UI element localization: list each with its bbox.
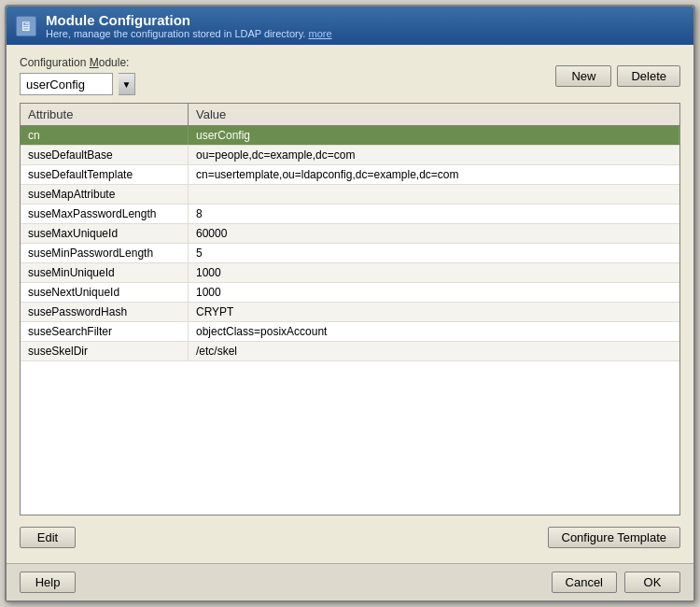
- dialog-icon-glyph: 🖥: [20, 19, 33, 34]
- ok-button[interactable]: OK: [624, 572, 680, 593]
- table-row[interactable]: suseMapAttribute: [21, 185, 679, 205]
- table-row[interactable]: suseSearchFilterobjectClass=posixAccount: [21, 322, 679, 342]
- bottom-buttons: Edit Configure Template: [20, 523, 680, 552]
- delete-button[interactable]: Delete: [617, 65, 680, 87]
- cell-value: userConfig: [189, 126, 679, 145]
- table-row[interactable]: suseMaxUniqueId60000: [21, 224, 679, 244]
- help-button[interactable]: Help: [20, 572, 76, 593]
- table-row[interactable]: suseDefaultTemplatecn=usertemplate,ou=ld…: [21, 165, 679, 185]
- cell-attribute: suseMaxUniqueId: [21, 224, 189, 243]
- title-bar: 🖥 Module Configuration Here, manage the …: [7, 7, 693, 45]
- table-row[interactable]: susePasswordHashCRYPT: [21, 303, 679, 322]
- cancel-button[interactable]: Cancel: [552, 572, 617, 593]
- new-button[interactable]: New: [555, 65, 611, 87]
- table-row[interactable]: suseNextUniqueId1000: [21, 283, 679, 303]
- config-module-label: Configuration Module:: [20, 56, 135, 69]
- table-row[interactable]: suseMaxPasswordLength8: [21, 205, 679, 224]
- table-row[interactable]: suseSkelDir/etc/skel: [21, 342, 679, 361]
- dropdown-arrow-icon: ▼: [122, 79, 132, 90]
- cell-value: CRYPT: [189, 303, 679, 321]
- cell-attribute: susePasswordHash: [21, 303, 189, 321]
- attributes-table: Attribute Value cnuserConfigsuseDefaultB…: [20, 103, 680, 515]
- cell-attribute: suseDefaultBase: [21, 146, 189, 164]
- dropdown-wrapper: userConfig ▼: [20, 73, 135, 95]
- cell-value: cn=usertemplate,ou=ldapconfig,dc=example…: [189, 165, 679, 184]
- cell-attribute: suseMaxPasswordLength: [21, 205, 189, 223]
- cell-value: ou=people,dc=example,dc=com: [189, 146, 679, 164]
- dialog-icon: 🖥: [16, 16, 36, 36]
- dialog-footer: Help Cancel OK: [7, 563, 693, 600]
- dialog-content: Configuration Module: userConfig ▼ New D…: [7, 45, 693, 563]
- config-module-row: Configuration Module: userConfig ▼ New D…: [20, 56, 680, 95]
- cell-value: 1000: [189, 263, 679, 282]
- table-row[interactable]: suseMinUniqueId1000: [21, 263, 679, 283]
- table-header: Attribute Value: [21, 104, 679, 126]
- config-module-left: Configuration Module: userConfig ▼: [20, 56, 135, 95]
- cell-attribute: suseSearchFilter: [21, 322, 189, 341]
- cell-value: 60000: [189, 224, 679, 243]
- table-body: cnuserConfigsuseDefaultBaseou=people,dc=…: [21, 126, 679, 515]
- edit-button[interactable]: Edit: [20, 527, 76, 548]
- cell-value: 5: [189, 244, 679, 262]
- cell-attribute: cn: [21, 126, 189, 145]
- cell-value: 8: [189, 205, 679, 223]
- dropdown-selected-value: userConfig: [26, 78, 85, 92]
- dropdown-arrow-button[interactable]: ▼: [119, 73, 135, 95]
- table-row[interactable]: suseMinPasswordLength5: [21, 244, 679, 263]
- cell-attribute: suseSkelDir: [21, 342, 189, 360]
- cell-attribute: suseMapAttribute: [21, 185, 189, 204]
- table-row[interactable]: cnuserConfig: [21, 126, 679, 146]
- config-module-buttons: New Delete: [555, 65, 680, 87]
- cell-attribute: suseMinPasswordLength: [21, 244, 189, 262]
- module-configuration-dialog: 🖥 Module Configuration Here, manage the …: [5, 5, 695, 602]
- cell-attribute: suseNextUniqueId: [21, 283, 189, 302]
- column-header-value: Value: [189, 104, 679, 125]
- table-row[interactable]: suseDefaultBaseou=people,dc=example,dc=c…: [21, 146, 679, 165]
- config-module-dropdown[interactable]: userConfig: [20, 73, 113, 95]
- cell-value: [189, 185, 679, 204]
- column-header-attribute: Attribute: [21, 104, 189, 125]
- more-link[interactable]: more: [308, 28, 331, 39]
- cell-attribute: suseMinUniqueId: [21, 263, 189, 282]
- dialog-subtitle: Here, manage the configuration stored in…: [46, 28, 332, 39]
- cell-attribute: suseDefaultTemplate: [21, 165, 189, 184]
- dialog-title: Module Configuration: [46, 12, 332, 28]
- footer-right-buttons: Cancel OK: [552, 572, 680, 593]
- cell-value: 1000: [189, 283, 679, 302]
- configure-template-button[interactable]: Configure Template: [548, 527, 681, 548]
- cell-value: objectClass=posixAccount: [189, 322, 679, 341]
- cell-value: /etc/skel: [189, 342, 679, 360]
- title-text-block: Module Configuration Here, manage the co…: [46, 12, 332, 39]
